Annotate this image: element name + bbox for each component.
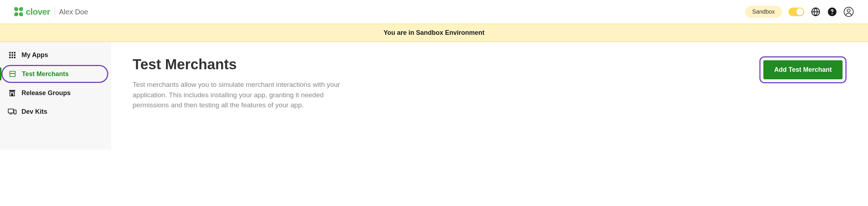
logo-text: clover <box>26 7 50 17</box>
sidebar: My Apps Test Merchants Relea <box>0 42 111 150</box>
store-icon <box>8 89 16 97</box>
svg-rect-17 <box>11 93 13 96</box>
user-profile-icon[interactable] <box>844 7 854 17</box>
svg-point-3 <box>832 13 833 14</box>
content-text-block: Test Merchants Test merchants allow you … <box>133 56 348 111</box>
svg-rect-9 <box>9 54 11 56</box>
clover-logo-icon <box>14 7 24 17</box>
toggle-knob <box>796 8 803 15</box>
sandbox-banner: You are in Sandbox Environment <box>0 24 868 42</box>
svg-rect-20 <box>14 110 16 114</box>
svg-point-5 <box>847 9 850 12</box>
svg-rect-13 <box>11 57 13 58</box>
top-header: clover Alex Doe Sandbox <box>0 0 868 24</box>
svg-rect-7 <box>11 52 13 53</box>
sidebar-item-label: Dev Kits <box>22 108 47 116</box>
main-layout: My Apps Test Merchants Relea <box>0 42 868 150</box>
svg-rect-6 <box>9 52 11 53</box>
svg-rect-8 <box>14 52 15 53</box>
sidebar-item-test-merchants[interactable]: Test Merchants <box>1 65 108 83</box>
devices-icon <box>8 107 16 116</box>
header-left: clover Alex Doe <box>14 7 88 17</box>
grid-icon <box>8 51 16 59</box>
clover-logo[interactable]: clover <box>14 7 50 17</box>
svg-rect-12 <box>9 57 11 58</box>
svg-rect-18 <box>8 109 14 113</box>
svg-rect-15 <box>9 90 15 92</box>
username-display: Alex Doe <box>59 8 88 16</box>
header-divider <box>54 7 55 17</box>
page-title: Test Merchants <box>133 56 348 72</box>
header-right: Sandbox <box>745 6 854 18</box>
svg-rect-14 <box>14 57 15 58</box>
content-header: Test Merchants Test merchants allow you … <box>133 56 846 111</box>
sidebar-item-release-groups[interactable]: Release Groups <box>0 84 111 102</box>
storefront-icon <box>8 70 17 78</box>
page-description: Test merchants allow you to simulate mer… <box>133 80 348 111</box>
sidebar-item-label: Release Groups <box>22 89 71 97</box>
sidebar-item-dev-kits[interactable]: Dev Kits <box>0 102 111 121</box>
sidebar-item-label: My Apps <box>22 51 48 59</box>
banner-text: You are in Sandbox Environment <box>383 29 485 36</box>
globe-icon[interactable] <box>811 7 821 17</box>
sidebar-item-my-apps[interactable]: My Apps <box>0 46 111 64</box>
svg-rect-11 <box>14 54 15 56</box>
sidebar-item-label: Test Merchants <box>22 70 69 78</box>
sandbox-badge: Sandbox <box>745 6 782 18</box>
svg-rect-10 <box>11 54 13 56</box>
add-test-merchant-button[interactable]: Add Test Merchant <box>763 60 843 79</box>
environment-toggle[interactable] <box>788 8 804 16</box>
add-button-highlight: Add Test Merchant <box>759 56 846 83</box>
help-icon[interactable] <box>827 7 837 17</box>
main-content: Test Merchants Test merchants allow you … <box>111 42 868 150</box>
